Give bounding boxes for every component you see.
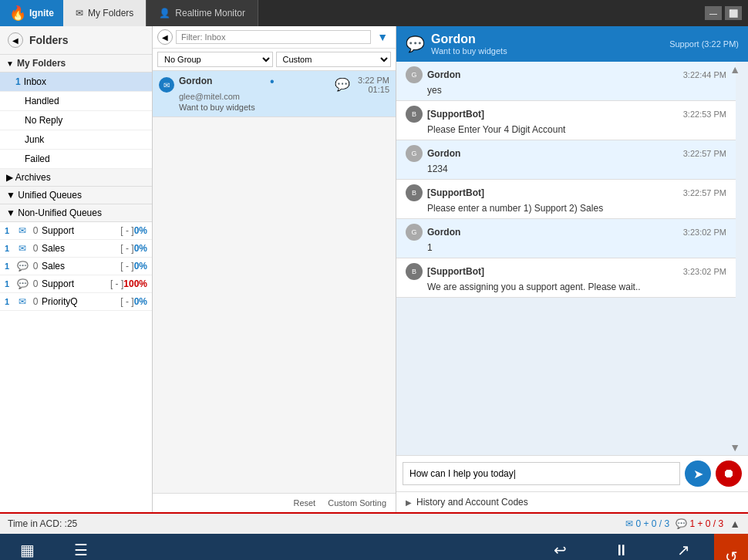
- queue-item-sales-email[interactable]: 1 ✉ 0 Sales [ - ] 0%: [0, 240, 152, 258]
- group-bar: No Group Custom: [153, 49, 396, 71]
- sidebar-item-handled[interactable]: Handled: [0, 92, 152, 111]
- msg-sender-1: Gordon: [427, 69, 460, 80]
- reset-button[interactable]: Reset: [290, 497, 318, 509]
- msg-sender-6: [SupportBot]: [427, 266, 484, 277]
- unified-arrow-icon: ▼: [6, 190, 18, 201]
- msg-time-3: 3:22:57 PM: [683, 149, 726, 158]
- msg-row-header-1: G Gordon 3:22:44 PM: [406, 66, 726, 83]
- queue-item-support-chat[interactable]: 1 💬 0 Support [ - ] 100%: [0, 275, 152, 293]
- msg-content-2: Please Enter Your 4 Digit Account: [406, 124, 726, 135]
- sidebar-item-junk[interactable]: Junk: [0, 130, 152, 150]
- history-arrow-icon: ▶: [406, 498, 412, 507]
- sidebar-item-inbox[interactable]: 1 Inbox: [0, 73, 152, 92]
- window-controls: — ⬜: [705, 6, 748, 20]
- handled-label: Handled: [15, 96, 146, 106]
- tab-my-folders[interactable]: ✉ My Folders: [63, 0, 147, 26]
- no-reply-label: No Reply: [15, 115, 146, 126]
- toolbar-folders-button[interactable]: ▦ Folders: [0, 534, 54, 560]
- filter-bar: ◀ ▼: [153, 26, 396, 49]
- email-count: ✉ 0 + 0 / 3: [625, 518, 669, 529]
- unified-label: Unified Queues: [18, 190, 82, 201]
- queue-item-sales-chat[interactable]: 1 💬 0 Sales [ - ] 0%: [0, 258, 152, 275]
- inbox-num: 1: [15, 76, 21, 87]
- my-folders-arrow-icon: ▼: [6, 59, 14, 68]
- tab-realtime-monitor[interactable]: 👤 Realtime Monitor: [147, 0, 258, 26]
- archives-arrow-icon: ▶: [6, 172, 15, 183]
- queue-item-priorityq-email[interactable]: 1 ✉ 0 PriorityQ [ - ] 0%: [0, 293, 152, 311]
- message-list: ✉ Gordon • 💬 glee@mitel.com Want to buy …: [153, 71, 396, 493]
- scroll-down-button[interactable]: ▼: [729, 441, 740, 454]
- sidebar-section-non-unified[interactable]: ▼ Non-Unified Queues: [0, 204, 152, 222]
- chat-input-area: ➤ ⏺: [396, 455, 748, 491]
- message-body: Gordon • 💬 glee@mitel.com Want to buy wi…: [179, 76, 350, 112]
- failed-label: Failed: [15, 153, 146, 164]
- sidebar-section-unified[interactable]: ▼ Unified Queues: [0, 187, 152, 204]
- acd-text: Time in ACD:: [8, 518, 62, 529]
- msg-sender-5: Gordon: [427, 227, 460, 238]
- msg-time-1: 3:22:44 PM: [683, 70, 726, 79]
- top-bar: 🔥 Ignite ✉ My Folders 👤 Realtime Monitor…: [0, 0, 748, 26]
- message-sender-name: Gordon: [179, 76, 212, 86]
- bot-avatar-3: B: [406, 263, 423, 280]
- minimize-button[interactable]: —: [705, 6, 722, 20]
- filter-icon[interactable]: ▼: [374, 31, 391, 43]
- back-circle-icon: ↺: [725, 548, 738, 560]
- archives-label: Archives: [15, 172, 51, 183]
- monitor-tab-icon: 👤: [159, 8, 170, 19]
- chat-icon: 💬: [15, 278, 29, 289]
- chat-message-3: G Gordon 3:22:57 PM 1234: [396, 140, 736, 180]
- toolbar-left: ▦ Folders ☰ Items: [0, 534, 153, 560]
- toolbar-transfer-button[interactable]: ↩ Transfer: [529, 534, 591, 560]
- middle-panel: ◀ ▼ No Group Custom ✉ Gordon • 💬: [153, 26, 396, 512]
- scroll-up-button[interactable]: ▲: [729, 63, 740, 76]
- sidebar-title: Folders: [29, 34, 69, 46]
- message-item[interactable]: ✉ Gordon • 💬 glee@mitel.com Want to buy …: [153, 71, 396, 117]
- bottom-toolbar: ▦ Folders ☰ Items ↩ Transfer ⏸ Hold ↗ Ne…: [0, 534, 748, 560]
- chat-header: 💬 Gordon Want to buy widgets Support (3:…: [396, 26, 748, 62]
- email-tab-icon: ✉: [76, 8, 83, 19]
- custom-sorting-button[interactable]: Custom Sorting: [325, 497, 389, 509]
- toolbar-next-longest-button[interactable]: ↗ Next Longest: [652, 534, 714, 560]
- tab-realtime-label: Realtime Monitor: [175, 8, 245, 19]
- maximize-button[interactable]: ⬜: [725, 6, 742, 20]
- msg-row-header-5: G Gordon 3:23:02 PM: [406, 224, 726, 241]
- status-bar: Time in ACD: :25 ✉ 0 + 0 / 3 💬 1 + 0 / 3…: [0, 512, 748, 534]
- sort-bar: Reset Custom Sorting: [153, 493, 396, 512]
- next-longest-icon: ↗: [677, 541, 690, 559]
- status-expand-button[interactable]: ▲: [729, 518, 740, 530]
- msg-row-header-4: B [SupportBot] 3:22:57 PM: [406, 184, 726, 201]
- message-time: 3:22 PM: [358, 76, 389, 85]
- sidebar-section-my-folders[interactable]: ▼ My Folders: [0, 55, 152, 73]
- chat-message-1: G Gordon 3:22:44 PM yes: [396, 62, 736, 101]
- toolbar-items-button[interactable]: ☰ Items: [54, 534, 108, 560]
- chat-input[interactable]: [403, 462, 680, 485]
- toolbar-back-button[interactable]: ↺: [714, 534, 748, 560]
- filter-back-button[interactable]: ◀: [157, 29, 173, 45]
- queue-item-support-email[interactable]: 1 ✉ 0 Support [ - ] 0%: [0, 222, 152, 240]
- hold-icon: ⏸: [614, 541, 629, 559]
- group-select[interactable]: No Group: [157, 52, 273, 67]
- chat-record-button[interactable]: ⏺: [716, 460, 742, 487]
- sidebar-item-failed[interactable]: Failed: [0, 150, 152, 169]
- sidebar-item-no-reply[interactable]: No Reply: [0, 111, 152, 130]
- chat-contact-info: Gordon Want to buy widgets: [431, 32, 507, 56]
- msg-time-6: 3:23:02 PM: [683, 267, 726, 276]
- msg-sender-2: [SupportBot]: [427, 109, 484, 120]
- transfer-icon: ↩: [554, 541, 567, 559]
- history-bar[interactable]: ▶ History and Account Codes: [396, 491, 748, 512]
- filter-input[interactable]: [176, 30, 371, 44]
- sidebar-back-button[interactable]: ◀: [8, 32, 23, 48]
- chat-message-2: B [SupportBot] 3:22:53 PM Please Enter Y…: [396, 101, 736, 140]
- msg-content-4: Please enter a number 1) Support 2) Sale…: [406, 203, 726, 214]
- logo-flame: 🔥: [9, 5, 26, 22]
- sidebar-section-archives[interactable]: ▶ Archives: [0, 169, 152, 187]
- chat-send-button[interactable]: ➤: [685, 460, 711, 487]
- chat-messages: G Gordon 3:22:44 PM yes B [SupportBot] 3…: [396, 62, 748, 455]
- my-folders-section-label: My Folders: [17, 58, 66, 69]
- email-icon: ✉: [15, 296, 29, 307]
- message-dot: •: [270, 76, 275, 88]
- toolbar-right: ↩ Transfer ⏸ Hold ↗ Next Longest ↺: [529, 534, 748, 560]
- toolbar-hold-button[interactable]: ⏸ Hold: [591, 534, 652, 560]
- msg-content-5: 1: [406, 242, 726, 253]
- custom-select[interactable]: Custom: [276, 52, 392, 67]
